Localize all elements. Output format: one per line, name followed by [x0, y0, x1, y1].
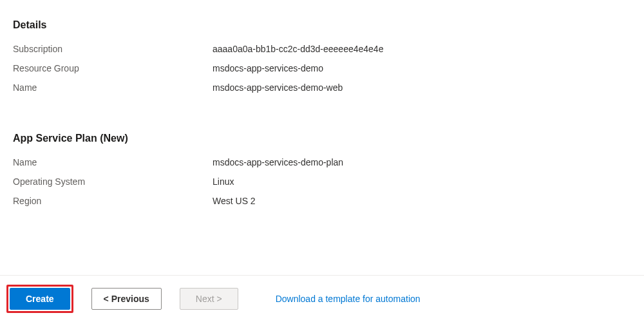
previous-button[interactable]: < Previous: [91, 288, 162, 310]
plan-row-name: Name msdocs-app-services-demo-plan: [13, 156, 631, 169]
details-section: Details Subscription aaaa0a0a-bb1b-cc2c-…: [13, 19, 631, 94]
next-button: Next >: [180, 288, 238, 310]
wizard-footer: Create < Previous Next > Download a temp…: [0, 275, 644, 322]
detail-value: msdocs-app-services-demo: [213, 62, 323, 75]
detail-row-subscription: Subscription aaaa0a0a-bb1b-cc2c-dd3d-eee…: [13, 43, 631, 55]
plan-label: Region: [13, 194, 213, 207]
create-button[interactable]: Create: [10, 288, 70, 310]
plan-label: Operating System: [13, 175, 213, 188]
details-heading: Details: [13, 19, 631, 31]
detail-value: aaaa0a0a-bb1b-cc2c-dd3d-eeeeee4e4e4e: [213, 43, 383, 55]
detail-row-resource-group: Resource Group msdocs-app-services-demo: [13, 62, 631, 75]
plan-value: Linux: [213, 175, 234, 188]
plan-heading: App Service Plan (New): [13, 133, 631, 144]
app-service-plan-section: App Service Plan (New) Name msdocs-app-s…: [13, 133, 631, 207]
plan-label: Name: [13, 156, 213, 169]
download-template-link[interactable]: Download a template for automation: [276, 294, 421, 304]
plan-row-os: Operating System Linux: [13, 175, 631, 188]
create-button-highlight: Create: [6, 285, 73, 313]
plan-row-region: Region West US 2: [13, 194, 631, 207]
detail-value: msdocs-app-services-demo-web: [213, 81, 343, 94]
detail-label: Subscription: [13, 43, 213, 55]
plan-value: West US 2: [213, 194, 256, 207]
detail-label: Name: [13, 81, 213, 94]
plan-value: msdocs-app-services-demo-plan: [213, 156, 343, 169]
detail-row-name: Name msdocs-app-services-demo-web: [13, 81, 631, 94]
detail-label: Resource Group: [13, 62, 213, 75]
